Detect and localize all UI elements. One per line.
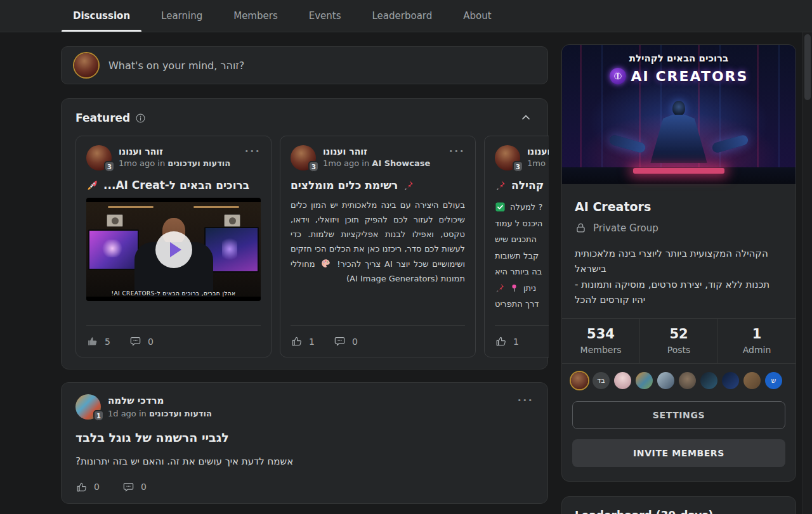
- featured-title: Featured: [75, 112, 130, 124]
- info-icon[interactable]: [135, 113, 146, 124]
- speaker: [224, 214, 240, 227]
- member-avatar[interactable]: [636, 372, 653, 389]
- author-name[interactable]: זוהר וענונו: [119, 145, 230, 158]
- featured-card-welcome[interactable]: 3 זוהר וענונו 1mo ago in הודעות ועדכונים…: [75, 136, 272, 357]
- post-body: אשמח לדעת איך עושים את זה. והאם יש בזה י…: [75, 456, 534, 467]
- invite-members-button[interactable]: INVITE MEMBERS: [572, 439, 785, 467]
- pushpin-icon: [495, 283, 505, 293]
- post-body: למעלה ? היכנס ל עמוד התכנים שיש קבל תשוב…: [495, 199, 549, 312]
- tab-members[interactable]: Members: [222, 0, 289, 32]
- pushpin-icon: [403, 179, 414, 191]
- tab-learning[interactable]: Learning: [150, 0, 214, 32]
- comment-button[interactable]: 0: [334, 335, 358, 347]
- post-title[interactable]: קהילה: [495, 179, 549, 191]
- monitor-left: [88, 229, 139, 270]
- member-avatar[interactable]: [614, 372, 631, 389]
- round-pin-icon: [509, 283, 519, 293]
- post-category[interactable]: AI Showcase: [372, 158, 430, 168]
- pushpin-icon: [495, 179, 506, 191]
- member-avatar[interactable]: [743, 372, 761, 389]
- like-button[interactable]: 1: [291, 335, 315, 347]
- author-avatar[interactable]: 3: [495, 145, 520, 170]
- group-description: הקהילה המקצועית ביותר ליוצרי בינה מלאכות…: [575, 246, 783, 307]
- banner-welcome-text: ברוכים הבאים לקהילת: [562, 53, 796, 64]
- more-options-icon[interactable]: •••: [449, 145, 465, 155]
- like-count: 5: [105, 337, 110, 347]
- check-icon: [495, 202, 506, 212]
- banner-figure-body: [639, 115, 718, 163]
- video-caption: אהלן חברים, ברוכים הבאים ל-AI CREATORS!: [86, 290, 261, 297]
- settings-button[interactable]: SETTINGS: [572, 401, 785, 429]
- group-info-card: ברוכים הבאים לקהילת AI CREATORS AI Creat…: [561, 44, 796, 482]
- studio-light: [193, 206, 239, 208]
- like-button[interactable]: 5: [86, 335, 110, 347]
- like-count: 0: [94, 482, 100, 492]
- comment-button[interactable]: 0: [122, 481, 147, 493]
- rocket-icon: [86, 179, 98, 191]
- author-avatar[interactable]: 3: [86, 145, 112, 170]
- group-name: AI Creators: [575, 200, 783, 214]
- author-avatar[interactable]: 1: [75, 394, 101, 420]
- collapse-chevron-up-icon[interactable]: [520, 112, 532, 124]
- post-body: בעולם היצירה עם בינה מלאכותית יש המון כל…: [291, 198, 465, 286]
- featured-card-tools[interactable]: 3 זוהר וענונו 1mo ago in AI Showcase •••…: [280, 136, 476, 357]
- post-title[interactable]: לגביי הרשמה של גוגל בלבד: [75, 430, 534, 444]
- scrollbar-thumb[interactable]: [804, 34, 811, 100]
- like-count: 1: [513, 337, 519, 347]
- brain-logo-icon: [610, 68, 626, 84]
- stat-admins[interactable]: 1 Admin: [717, 319, 796, 363]
- author-name[interactable]: זוהר וענונו: [323, 145, 430, 158]
- composer-placeholder: What's on your mind, זוהר?: [108, 60, 244, 72]
- member-avatar[interactable]: [657, 372, 674, 389]
- author-name[interactable]: מרדכי שלמה: [108, 394, 212, 408]
- video-thumbnail[interactable]: אהלן חברים, ברוכים הבאים ל-AI CREATORS!: [86, 198, 261, 301]
- feed-post[interactable]: 1 מרדכי שלמה 1d ago in הודעות ועדכונים •…: [61, 382, 548, 504]
- top-navigation: Discussion Learning Members Events Leade…: [0, 0, 812, 32]
- speaker: [107, 214, 123, 227]
- level-badge: 1: [93, 410, 104, 421]
- banner-brand-text: AI CREATORS: [631, 68, 749, 84]
- lock-icon: [575, 222, 587, 234]
- stat-posts[interactable]: 52 Posts: [639, 319, 717, 363]
- post-category[interactable]: הודעות ועדכונים: [167, 158, 230, 168]
- more-options-icon[interactable]: •••: [245, 145, 261, 155]
- banner-keyboard-glow: [633, 168, 724, 174]
- member-avatar[interactable]: [571, 372, 588, 389]
- play-button-icon[interactable]: [155, 231, 192, 268]
- featured-section: Featured 3 זוהר וענונו 1mo ago in הודעות…: [61, 98, 548, 369]
- like-count: 1: [309, 337, 315, 347]
- tab-events[interactable]: Events: [298, 0, 353, 32]
- comment-count: 0: [352, 337, 358, 347]
- level-badge: 3: [513, 161, 523, 172]
- post-category[interactable]: הודעות ועדכונים: [149, 409, 212, 418]
- comment-button[interactable]: 0: [129, 335, 154, 347]
- tab-discussion[interactable]: Discussion: [62, 0, 141, 32]
- more-options-icon[interactable]: •••: [518, 394, 534, 404]
- group-stats: 534 Members 52 Posts 1 Admin: [562, 318, 796, 364]
- studio-light: [108, 206, 154, 208]
- tab-leaderboard[interactable]: Leaderboard: [361, 0, 444, 32]
- post-title[interactable]: רשימת כלים מומלצים: [291, 179, 465, 191]
- post-composer[interactable]: What's on your mind, זוהר?: [61, 46, 548, 84]
- member-avatar[interactable]: [700, 372, 717, 389]
- member-avatar[interactable]: [722, 372, 739, 389]
- palette-icon: [320, 258, 331, 269]
- member-avatars-strip: בד ש: [562, 364, 796, 391]
- post-title[interactable]: ברוכים הבאים ל-AI Creat...: [86, 179, 261, 191]
- author-name[interactable]: זוהר וענונו: [527, 145, 549, 158]
- comment-count: 0: [141, 482, 147, 492]
- stat-members[interactable]: 534 Members: [562, 319, 639, 363]
- page-scrollbar[interactable]: [802, 0, 812, 514]
- leaderboard-title: Leaderboard (30-days): [575, 509, 783, 514]
- member-avatar[interactable]: בד: [593, 372, 610, 389]
- member-avatar[interactable]: [679, 372, 696, 389]
- member-avatar[interactable]: ש: [765, 372, 782, 389]
- tab-about[interactable]: About: [452, 0, 502, 32]
- current-user-avatar[interactable]: [74, 53, 98, 77]
- featured-card-community[interactable]: 3 זוהר וענונו 1mo קהילה למעלה ?: [484, 136, 549, 357]
- like-button[interactable]: 0: [75, 481, 100, 493]
- comment-count: 0: [148, 337, 154, 347]
- author-avatar[interactable]: 3: [291, 145, 316, 170]
- group-banner-image: ברוכים הבאים לקהילת AI CREATORS: [562, 45, 796, 184]
- like-button[interactable]: 1: [495, 335, 519, 347]
